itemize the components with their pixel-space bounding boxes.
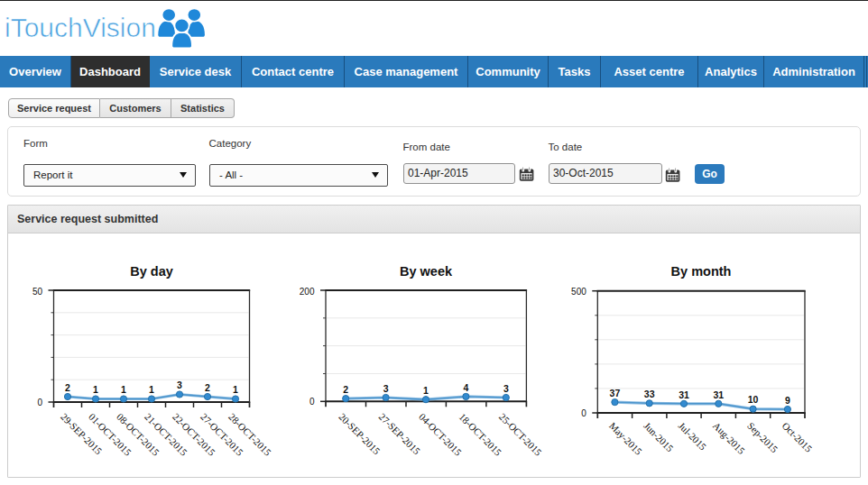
svg-text:200: 200: [300, 287, 315, 297]
svg-text:27-SEP-2015: 27-SEP-2015: [377, 411, 423, 457]
svg-text:Sep-2015: Sep-2015: [745, 420, 780, 455]
svg-text:10: 10: [748, 394, 759, 405]
svg-text:0: 0: [581, 408, 586, 418]
svg-text:2: 2: [205, 382, 210, 393]
svg-text:1: 1: [423, 385, 429, 396]
svg-text:3: 3: [383, 383, 389, 394]
svg-text:1: 1: [93, 384, 98, 395]
svg-text:2: 2: [343, 384, 348, 395]
svg-text:9: 9: [785, 395, 790, 406]
svg-text:By month: By month: [671, 264, 732, 279]
svg-text:1: 1: [233, 384, 238, 395]
svg-text:Jun-2015: Jun-2015: [642, 420, 676, 454]
svg-text:33: 33: [644, 389, 655, 399]
svg-text:2: 2: [65, 382, 70, 393]
svg-text:By week: By week: [400, 264, 453, 279]
svg-text:31: 31: [679, 389, 689, 400]
svg-text:4: 4: [463, 382, 468, 393]
svg-text:31: 31: [713, 389, 724, 400]
svg-text:500: 500: [571, 287, 586, 297]
svg-text:0: 0: [37, 398, 42, 407]
svg-text:1: 1: [121, 384, 126, 395]
svg-text:Aug-2015: Aug-2015: [711, 420, 747, 456]
svg-text:1: 1: [149, 384, 154, 395]
svg-text:37: 37: [610, 388, 621, 398]
svg-text:May-2015: May-2015: [607, 420, 644, 457]
svg-text:0: 0: [309, 397, 315, 407]
svg-text:3: 3: [177, 380, 182, 390]
svg-text:Jul-2015: Jul-2015: [677, 420, 709, 453]
svg-text:3: 3: [503, 383, 509, 394]
svg-text:Oct-2015: Oct-2015: [780, 420, 814, 454]
svg-text:By day: By day: [130, 264, 173, 279]
svg-text:50: 50: [32, 287, 43, 297]
svg-text:20-SEP-2015: 20-SEP-2015: [337, 411, 383, 457]
svg-text:25-OCT-2015: 25-OCT-2015: [497, 411, 544, 458]
